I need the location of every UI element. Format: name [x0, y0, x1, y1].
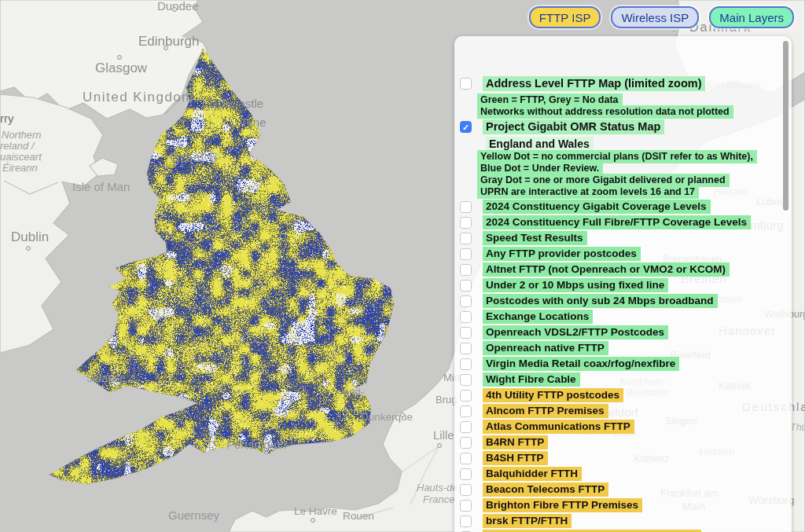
- layer-row: Brighton Fibre FTTP Premises: [460, 498, 642, 512]
- layer-label[interactable]: Openreach VDSL2/FTTP Postcodes: [483, 325, 668, 339]
- layer-label[interactable]: Exchange Locations: [483, 310, 593, 324]
- city-marker-icon: [26, 246, 31, 251]
- layer-label[interactable]: Beacon Telecoms FTTP: [483, 482, 608, 497]
- map-label: Northern: [2, 130, 42, 140]
- layer-row: 2024 Constituency Full Fibre/FTTP Covera…: [460, 215, 751, 229]
- panel-scrollbar-thumb[interactable]: [783, 41, 788, 211]
- layer-label[interactable]: Brighton Fibre FTTP Premises: [483, 498, 642, 512]
- map-label: Rouen: [343, 511, 374, 522]
- layer-row: Speed Test Results: [460, 231, 587, 245]
- layer-row: Wight Fibre Cable: [460, 372, 580, 387]
- map-label: Thüringen: [790, 423, 805, 433]
- layer-checkbox[interactable]: [460, 374, 472, 386]
- layer-row: Postcodes with only sub 24 Mbps broadban…: [460, 294, 718, 308]
- layer-checkbox[interactable]: [460, 327, 472, 339]
- layer-label[interactable]: Atlas Communications FTTP: [483, 420, 634, 434]
- layer-row: Alncom FTTP Premises: [460, 404, 608, 418]
- map-label: Dundee: [157, 0, 199, 12]
- layer-row: Balquhidder FTTH: [460, 467, 582, 481]
- layer-checkbox[interactable]: [460, 280, 472, 292]
- layer-checkbox[interactable]: [460, 484, 472, 496]
- layer-label[interactable]: brsk FTTP/FTTH: [483, 514, 572, 528]
- layer-label[interactable]: Postcodes with only sub 24 Mbps broadban…: [483, 294, 718, 308]
- layer-checkbox[interactable]: [460, 421, 472, 433]
- layer-row: brsk FTTP/FTTH: [460, 514, 572, 528]
- layer-checkbox[interactable]: [460, 405, 472, 417]
- map-label: Glasgow: [95, 61, 147, 75]
- layer-checkbox[interactable]: [460, 295, 472, 307]
- layer-checkbox[interactable]: [460, 437, 472, 449]
- layer-legend-note: UPRN are interactive at zoom levels 16 a…: [477, 185, 699, 199]
- layer-row: B4RN FTTP: [460, 435, 548, 449]
- layer-checkbox[interactable]: [460, 78, 472, 90]
- layer-checkbox[interactable]: [460, 217, 472, 229]
- layers-panel: Address Level FTTP Map (limited zoom)Gre…: [454, 36, 792, 532]
- layer-label[interactable]: Openreach native FTTP: [483, 341, 608, 355]
- layer-checkbox[interactable]: [460, 500, 472, 512]
- map-label: Swanse: [86, 372, 126, 383]
- map-label: Newcastle: [209, 97, 263, 109]
- city-marker-icon: [311, 518, 315, 523]
- app-root: { "toolbar": { "buttons": [ {"label": "F…: [0, 0, 805, 532]
- city-marker-icon: [164, 46, 168, 50]
- layer-checkbox-checked[interactable]: ✓: [460, 121, 472, 133]
- layer-row: B4SH FTTP: [460, 451, 548, 465]
- city-marker-icon: [400, 413, 405, 417]
- layer-checkbox[interactable]: [460, 390, 472, 402]
- map-label: reland /: [0, 141, 34, 151]
- layer-row: Any FTTP provider postcodes: [460, 247, 641, 261]
- toolbar-button-fttp-isp[interactable]: FTTP ISP: [529, 6, 601, 28]
- map-label: uaisceart: [0, 152, 42, 162]
- layer-label[interactable]: 2024 Constituency Full Fibre/FTTP Covera…: [483, 215, 751, 229]
- layer-label[interactable]: B4RN FTTP: [483, 435, 548, 449]
- layer-label[interactable]: 4th Utility FTTP postcodes: [483, 388, 623, 402]
- layer-checkbox[interactable]: [460, 264, 472, 276]
- layer-checkbox[interactable]: [460, 468, 472, 480]
- toolbar-button-main-layers[interactable]: Main Layers: [709, 6, 794, 28]
- toolbar-button-wireless-isp[interactable]: Wireless ISP: [611, 6, 699, 28]
- map-label: Le Havre: [294, 506, 337, 517]
- layer-label[interactable]: Altnet FTTP (not Openreach or VMO2 or KC…: [483, 262, 730, 277]
- layer-row: Exchange Locations: [460, 310, 593, 324]
- layer-checkbox[interactable]: [460, 201, 472, 213]
- layer-label[interactable]: Speed Test Results: [483, 231, 587, 245]
- map-label: Edinburgh: [138, 35, 200, 48]
- layer-checkbox[interactable]: [460, 311, 472, 323]
- layer-row: Openreach native FTTP: [460, 341, 608, 355]
- layer-row: Altnet FTTP (not Openreach or VMO2 or KC…: [460, 262, 730, 277]
- city-marker-icon: [172, 7, 177, 12]
- map-label: United Kingdom: [83, 90, 194, 104]
- layer-row: Openreach VDSL2/FTTP Postcodes: [460, 325, 668, 339]
- map-label: Great B: [170, 152, 219, 164]
- layer-checkbox[interactable]: [460, 358, 472, 370]
- layer-row: Beacon Telecoms FTTP: [460, 482, 608, 497]
- layer-checkbox[interactable]: [460, 343, 472, 354]
- layer-label[interactable]: Address Level FTTP Map (limited zoom): [483, 76, 705, 91]
- map-label: rry: [0, 112, 14, 124]
- layer-label[interactable]: Project Gigabit OMR Status Map: [483, 119, 664, 134]
- layer-label[interactable]: Alncom FTTP Premises: [483, 404, 608, 418]
- layer-label[interactable]: Any FTTP provider postcodes: [483, 247, 641, 261]
- layer-label[interactable]: B4SH FTTP: [483, 451, 548, 465]
- layer-checkbox[interactable]: [460, 248, 472, 260]
- layer-label[interactable]: Virgin Media Retail coax/rfog/nexfibre: [483, 357, 679, 371]
- layer-checkbox[interactable]: [460, 453, 472, 464]
- city-marker-icon: [117, 55, 122, 60]
- map-label: Lille: [433, 429, 454, 441]
- layer-label[interactable]: 2024 Constituency Gigabit Coverage Level…: [483, 200, 711, 214]
- map-label: Dunkerque: [361, 412, 413, 423]
- map-label: Hauts-de: [417, 482, 458, 493]
- layer-checkbox[interactable]: [460, 515, 472, 527]
- map-label: Éireann: [2, 163, 38, 173]
- layer-checkbox[interactable]: [460, 233, 472, 244]
- map-label: Guernsey: [168, 509, 219, 521]
- layer-row: 4th Utility FTTP postcodes: [460, 388, 623, 402]
- layer-label[interactable]: Wight Fibre Cable: [483, 372, 580, 387]
- layer-row: Virgin Media Retail coax/rfog/nexfibre: [460, 357, 679, 371]
- layer-group-toolbar: FTTP ISPWireless ISPMain Layers: [529, 6, 794, 28]
- map-label: Dublin: [11, 230, 49, 244]
- layer-legend-note: Networks without address resolution data…: [477, 105, 733, 119]
- map-label: Portsmouth: [226, 438, 287, 450]
- layer-label[interactable]: Balquhidder FTTH: [483, 467, 582, 481]
- layer-label[interactable]: Under 2 or 10 Mbps using fixed line: [483, 278, 668, 292]
